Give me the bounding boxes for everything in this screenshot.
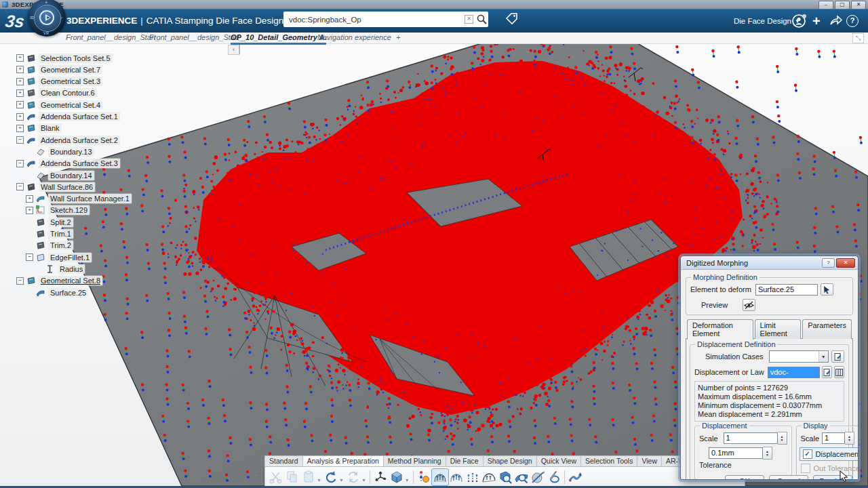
search-input[interactable]: vdoc:Springback_Op ✕ [283, 12, 488, 27]
tolerance-stepper[interactable]: ▲▼ [763, 447, 772, 460]
document-tab[interactable]: Front_panel__design_Start_ [66, 33, 160, 43]
tree-node[interactable]: −Addenda Surface Set.2 [16, 135, 120, 145]
tree-node-label[interactable]: Trim.2 [48, 241, 73, 250]
simulation-cases-combo[interactable]: ▼ [769, 350, 829, 363]
toolbar-tab[interactable]: Die Face [446, 455, 484, 466]
tree-node[interactable]: +Geometrical Set.7 [16, 64, 102, 75]
tree-expander-icon[interactable]: − [16, 160, 24, 167]
preview-eye-icon[interactable] [743, 299, 755, 311]
law-table-icon[interactable] [834, 366, 844, 378]
wall-surface-icon[interactable] [26, 182, 36, 192]
tree-expander-icon[interactable]: + [26, 207, 33, 214]
tree-node[interactable]: +Selection Tools Set.5 [16, 53, 113, 63]
wall-surface-manager-icon[interactable] [36, 194, 45, 203]
tree-expander-icon[interactable]: + [16, 78, 24, 85]
displacement-law-field[interactable]: vdoc-25963783-0000007 [768, 367, 820, 378]
cancel-button[interactable]: Cancel [769, 475, 808, 480]
share-icon[interactable] [829, 9, 844, 33]
toolbar-tab[interactable]: Standard [264, 455, 303, 466]
tree-node-label[interactable]: Addenda Surface Set.1 [39, 112, 120, 121]
display-scale-stepper[interactable]: ▲▼ [845, 432, 854, 445]
element-selector-icon[interactable] [821, 283, 833, 296]
undo-icon[interactable] [323, 469, 339, 485]
document-tab[interactable]: Navigation experience [317, 33, 391, 43]
move-axes-icon[interactable] [372, 469, 389, 485]
tree-node[interactable]: Trim.2 [26, 241, 73, 251]
tree-node[interactable]: +Clean Contour.6 [16, 88, 97, 98]
document-tab[interactable]: OP_10_Detail_Geometry A. [231, 33, 326, 45]
toolbar-tab[interactable]: View [637, 455, 662, 466]
close-button[interactable]: ✕ [851, 1, 866, 9]
trim-icon[interactable] [36, 229, 45, 239]
trim-icon[interactable] [36, 241, 45, 250]
help-icon[interactable]: ? [846, 9, 859, 33]
tree-node-label[interactable]: Boundary.13 [48, 147, 94, 157]
shape-analysis-icon[interactable] [481, 469, 497, 485]
displacement-scale-field[interactable]: 1 [724, 432, 778, 444]
new-tab-button[interactable]: + [396, 33, 400, 43]
boundary-icon[interactable] [36, 171, 45, 180]
tree-node-label[interactable]: Trim.1 [48, 229, 73, 239]
tree-node-label[interactable]: Wall Surface.86 [39, 182, 95, 192]
tree-node-label[interactable]: EdgeFillet.1 [48, 253, 92, 262]
tree-node[interactable]: +Sketch.129 [26, 205, 90, 216]
element-to-deform-field[interactable]: Surface.25 [755, 284, 818, 296]
tree-node-label[interactable]: Boundary.14 [48, 171, 94, 180]
sketch-icon[interactable] [36, 205, 45, 215]
tolerance-field[interactable]: 0.1mm [709, 447, 763, 459]
tree-node-label[interactable]: Radius [58, 264, 85, 274]
document-tab[interactable]: Front_panel__design_Start_ [149, 33, 243, 43]
tree-expander-icon[interactable]: + [16, 66, 24, 73]
dialog-close-icon[interactable]: ✕ [836, 258, 855, 268]
minimize-button[interactable]: ‒ [818, 1, 833, 9]
points-morphing-icon[interactable] [465, 469, 481, 485]
split-icon[interactable] [36, 218, 45, 227]
dialog-tab[interactable]: Parameters [802, 319, 852, 339]
tree-expander-icon[interactable]: − [16, 183, 24, 190]
tree-node-label[interactable]: Selection Tools Set.5 [39, 54, 113, 63]
toolbar-overflow-icon[interactable]: ⌄ [255, 468, 263, 477]
tree-expander-icon[interactable]: − [16, 136, 24, 144]
tree-node[interactable]: −Wall Surface.86 [16, 182, 95, 192]
dropdown-arrow-icon[interactable]: ▼ [317, 478, 321, 483]
dialog-help-icon[interactable]: ? [822, 258, 835, 268]
tree-node[interactable]: +Wall Surface Manager.1 [26, 194, 132, 204]
digitized-morphing-icon[interactable] [432, 469, 448, 485]
tree-expander-icon[interactable]: + [16, 113, 24, 121]
tree-node-label[interactable]: Geometrical Set.7 [39, 65, 102, 75]
geometrical-set-icon[interactable] [26, 77, 36, 86]
tree-expander-icon[interactable]: + [16, 101, 24, 108]
ok-button[interactable]: OK [725, 475, 764, 480]
tree-node[interactable]: Trim.1 [26, 229, 73, 239]
tree-node-label[interactable]: Geometrical Set.8 [39, 276, 102, 285]
toolbar-tab[interactable]: Shape Design [483, 455, 537, 466]
tree-node[interactable]: −Geometrical Set.8 [16, 276, 102, 286]
workspace-label[interactable]: Die Face Design [734, 17, 791, 25]
dropdown-arrow-icon[interactable]: ▼ [339, 478, 344, 483]
geometrical-set-icon[interactable] [26, 100, 36, 110]
displacement-scale-stepper[interactable]: ▲▼ [778, 432, 787, 445]
tree-node-label[interactable]: Geometrical Set.4 [39, 100, 102, 110]
radius-icon[interactable] [45, 264, 55, 274]
toolbar-tab[interactable]: Method Planning [383, 455, 446, 466]
tree-expander-icon[interactable]: + [16, 125, 24, 132]
search-clear-icon[interactable]: ✕ [465, 15, 473, 24]
tree-node[interactable]: Boundary.13 [26, 146, 94, 157]
surface-icon[interactable] [36, 288, 45, 298]
section-measure-icon[interactable] [530, 469, 546, 485]
search-value[interactable]: vdoc:Springback_Op [283, 16, 465, 24]
addenda-surface-set-icon[interactable] [26, 159, 36, 168]
toolbar-tab[interactable]: Quick View [536, 455, 581, 466]
tree-node[interactable]: −EdgeFillet.1 [26, 252, 92, 262]
tree-expander-icon[interactable]: + [16, 54, 24, 62]
tree-node[interactable]: +Addenda Surface Set.1 [16, 112, 120, 122]
surface-morphing-icon[interactable] [448, 469, 465, 485]
3d-compass[interactable]: ✛ 3D ✓ V.R [28, 0, 66, 37]
tree-node[interactable]: Boundary.14 [26, 170, 94, 180]
tree-node-label[interactable]: Split.2 [48, 218, 73, 227]
tree-node[interactable]: Radius [35, 264, 85, 274]
tree-node-label[interactable]: Clean Contour.6 [39, 88, 97, 98]
addenda-surface-set-icon[interactable] [26, 136, 36, 145]
display-scale-field[interactable]: 1 [822, 432, 845, 444]
tree-expander-icon[interactable]: − [16, 277, 24, 285]
